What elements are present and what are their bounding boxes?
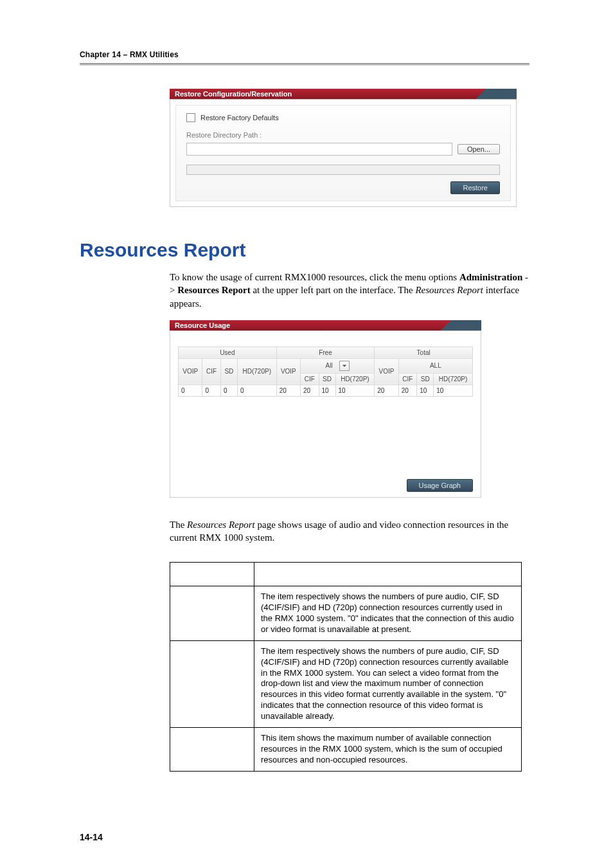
text-italic: Resources Report	[415, 285, 483, 295]
restore-dialog-title: Restore Configuration/Reservation	[170, 89, 517, 99]
restore-dialog: Restore Configuration/Reservation Restor…	[170, 89, 517, 207]
col-used-hd: HD(720P)	[237, 358, 276, 384]
resource-usage-title: Resource Usage	[170, 320, 481, 330]
cell-total-hd: 10	[434, 384, 473, 396]
cell-free-cif: 20	[301, 384, 319, 396]
table-row: The item respectively shows the numbers …	[170, 640, 522, 727]
col-free-cif: CIF	[301, 373, 319, 384]
restore-progress-bar	[186, 165, 500, 175]
def-value-1: The item respectively shows the numbers …	[254, 640, 522, 727]
definitions-table: The item respectively shows the numbers …	[170, 562, 522, 771]
col-used-cif: CIF	[202, 358, 221, 384]
chapter-header: Chapter 14 – RMX Utilities	[80, 50, 529, 59]
text: The	[170, 520, 187, 530]
table-row: The item respectively shows the numbers …	[170, 586, 522, 641]
text: To know the usage of current RMX1000 res…	[170, 272, 459, 282]
col-used-voip: VOIP	[179, 358, 202, 384]
col-group-free: Free	[276, 347, 375, 358]
definitions-header-key	[170, 563, 254, 586]
cell-total-voip: 20	[375, 384, 398, 396]
table-row: 0 0 0 0 20 20 10 10 20 20 10 10	[179, 384, 473, 396]
free-dropdown-selected: All	[326, 362, 333, 369]
free-dropdown-button[interactable]	[339, 361, 350, 371]
col-group-used: Used	[179, 347, 277, 358]
restore-button[interactable]: Restore	[450, 181, 500, 194]
open-button[interactable]: Open...	[458, 144, 500, 154]
text-italic: Resources Report	[187, 520, 255, 530]
header-rule	[80, 63, 529, 66]
def-key-2	[170, 728, 254, 772]
table-row: This item shows the maximum number of av…	[170, 728, 522, 772]
col-total-all: ALL	[398, 358, 472, 373]
restore-path-input[interactable]	[186, 143, 452, 156]
spacer	[178, 397, 473, 474]
intro-paragraph: To know the usage of current RMX1000 res…	[170, 271, 529, 310]
col-free-dropdown: All	[301, 358, 375, 373]
restore-dir-path-label: Restore Directory Path :	[186, 131, 500, 139]
definitions-header-value	[254, 563, 522, 586]
def-key-0	[170, 586, 254, 641]
cell-used-sd: 0	[220, 384, 237, 396]
resource-usage-table: Used Free Total VOIP CIF SD HD(720P)	[178, 347, 473, 397]
col-group-free-label: Free	[319, 349, 332, 356]
cell-used-voip: 0	[179, 384, 202, 396]
cell-free-hd: 10	[335, 384, 375, 396]
text-bold: Administration	[459, 272, 522, 282]
definitions-header-row	[170, 563, 522, 586]
page-number: 14-14	[80, 832, 103, 842]
col-free-voip: VOIP	[276, 358, 300, 384]
cell-total-sd: 10	[417, 384, 434, 396]
restore-factory-label: Restore Factory Defaults	[200, 114, 279, 122]
usage-paragraph: The Resources Report page shows usage of…	[170, 518, 529, 545]
col-total-sd: SD	[417, 373, 434, 384]
col-total-hd: HD(720P)	[434, 373, 473, 384]
text: at the upper left part on the interface.…	[253, 285, 415, 295]
cell-total-cif: 20	[398, 384, 417, 396]
cell-free-sd: 10	[319, 384, 335, 396]
cell-used-hd: 0	[237, 384, 276, 396]
page-title: Resources Report	[80, 239, 529, 261]
col-total-cif: CIF	[398, 373, 417, 384]
cell-free-voip: 20	[276, 384, 300, 396]
chevron-down-icon	[342, 363, 347, 368]
cell-used-cif: 0	[202, 384, 221, 396]
col-free-hd: HD(720P)	[335, 373, 375, 384]
col-free-sd: SD	[319, 373, 335, 384]
col-group-total: Total	[375, 347, 473, 358]
def-key-1	[170, 640, 254, 727]
def-value-0: The item respectively shows the numbers …	[254, 586, 522, 641]
restore-factory-checkbox[interactable]	[186, 113, 195, 122]
usage-graph-button[interactable]: Usage Graph	[407, 479, 473, 492]
col-total-voip: VOIP	[375, 358, 398, 384]
text-bold: Resources Report	[177, 285, 250, 295]
def-value-2: This item shows the maximum number of av…	[254, 728, 522, 772]
resource-usage-dialog: Resource Usage Used Free Total VOIP	[170, 320, 481, 498]
col-used-sd: SD	[220, 358, 237, 384]
